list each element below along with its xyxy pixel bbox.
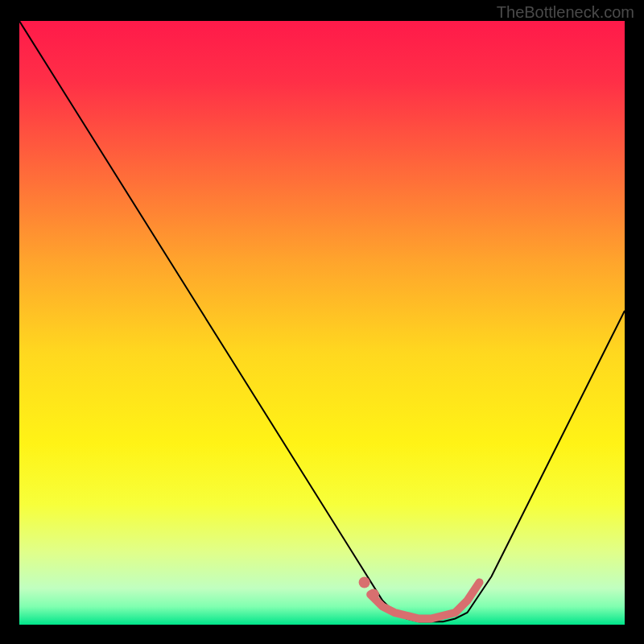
chart-plot-area (19, 21, 625, 625)
optimal-range-dots (368, 589, 379, 601)
optimal-range-highlight (370, 583, 479, 619)
watermark-text: TheBottleneck.com (497, 3, 634, 22)
bottleneck-curve (19, 21, 625, 621)
optimal-range-dots (359, 577, 370, 588)
chart-curves (19, 21, 625, 625)
